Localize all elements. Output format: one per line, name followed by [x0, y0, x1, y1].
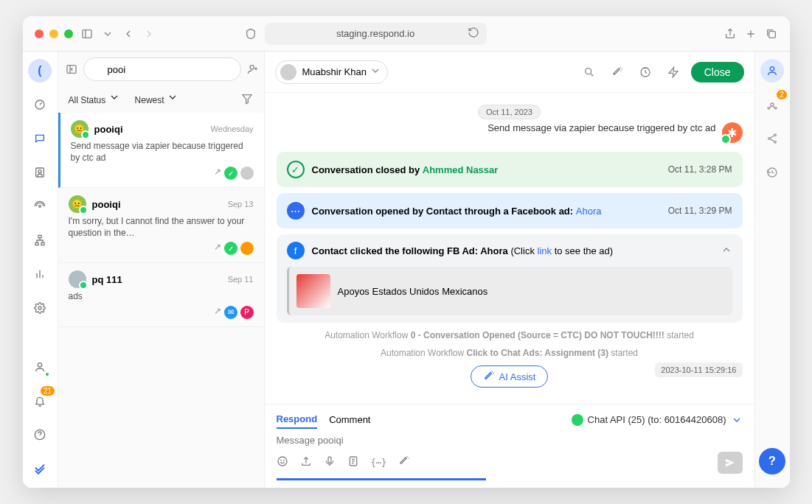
workspace-logo[interactable]: ( — [28, 59, 52, 83]
emoji-icon[interactable] — [277, 455, 288, 470]
conversation-name: pq 111 — [92, 274, 222, 285]
whatsapp-status-icon — [79, 206, 88, 214]
filter-icon[interactable] — [240, 92, 254, 105]
assignee-avatar-icon — [240, 242, 254, 255]
svg-point-24 — [250, 66, 254, 69]
svg-point-9 — [39, 206, 41, 208]
search-conversation-icon[interactable] — [579, 62, 600, 83]
app-body: ( 21 All Statu — [23, 52, 790, 488]
address-bar[interactable]: staging.respond.io — [265, 23, 487, 45]
mic-icon[interactable] — [324, 455, 336, 470]
conversation-item[interactable]: 😐 pooiqi Sep 13 I'm sorry, but I cannot … — [58, 188, 264, 263]
search-input[interactable] — [83, 57, 241, 81]
svg-line-29 — [591, 74, 593, 76]
event-time: Oct 11, 3:28 PM — [668, 164, 732, 175]
reports-icon[interactable] — [28, 262, 52, 286]
svg-point-8 — [38, 170, 41, 173]
date-pill: Oct 11, 2023 — [478, 105, 541, 119]
add-contact-icon[interactable] — [247, 63, 259, 76]
send-button[interactable] — [718, 452, 743, 474]
tab-comment[interactable]: Comment — [329, 411, 370, 428]
fb-ad-link[interactable]: link — [538, 245, 552, 256]
svg-rect-11 — [35, 242, 38, 245]
back-icon[interactable] — [122, 27, 135, 41]
share-node-icon[interactable] — [760, 127, 784, 150]
settings-icon[interactable] — [28, 296, 52, 320]
conversation-time: Wednesday — [211, 125, 254, 133]
outbound-message: Send message via zapier because triggere… — [277, 122, 743, 143]
dashboard-icon[interactable] — [28, 93, 52, 116]
close-window-icon[interactable] — [35, 29, 44, 38]
help-icon[interactable] — [28, 423, 52, 447]
avatar: 😐 — [69, 195, 86, 213]
contact-details-icon[interactable] — [760, 59, 784, 83]
status-filter[interactable]: All Status — [69, 91, 120, 105]
avatar: 😐 — [71, 120, 89, 138]
svg-point-42 — [771, 103, 774, 106]
share-icon[interactable] — [723, 27, 737, 41]
presence-icon[interactable] — [28, 355, 52, 379]
progress-bar — [277, 478, 486, 480]
activity-badge: 2 — [777, 90, 787, 99]
shield-icon[interactable] — [244, 27, 257, 41]
event-time: Oct 11, 3:29 PM — [668, 206, 732, 216]
sidebar-toggle-icon[interactable] — [80, 27, 94, 41]
new-tab-icon[interactable] — [744, 27, 757, 41]
traffic-lights — [35, 29, 73, 38]
svg-marker-31 — [669, 67, 678, 77]
event-conversation-closed: ✓ Conversation closed by Ahmmed Nassar O… — [277, 152, 743, 187]
conversation-name: pooiqi — [94, 124, 205, 135]
svg-point-41 — [770, 67, 774, 71]
svg-point-43 — [768, 107, 770, 109]
ai-assist-button[interactable]: AI Assist — [471, 365, 549, 388]
workflows-icon[interactable] — [28, 228, 52, 252]
sort-filter[interactable]: Newest — [135, 91, 178, 105]
help-fab-button[interactable]: ? — [759, 448, 785, 475]
snooze-icon[interactable] — [635, 62, 656, 83]
ad-title: Apoyos Estados Unidos Mexicanos — [338, 286, 488, 297]
notifications-icon[interactable]: 21 — [28, 389, 52, 413]
lightning-icon[interactable] — [663, 62, 684, 83]
attach-icon[interactable] — [300, 455, 312, 470]
conversation-time: Sep 11 — [228, 275, 254, 284]
history-icon[interactable] — [760, 161, 784, 184]
conversation-item[interactable]: pq 111 Sep 11 ads ↗ ✉ P — [58, 263, 264, 327]
channel-selector[interactable]: Chat API (25) (to: 60164420608) — [572, 414, 743, 426]
magic-wand-icon[interactable] — [607, 62, 628, 83]
inbox-icon[interactable] — [28, 127, 52, 150]
template-icon[interactable] — [347, 455, 359, 470]
broadcast-icon[interactable] — [28, 195, 52, 218]
minimize-window-icon[interactable] — [49, 29, 58, 38]
svg-point-16 — [38, 307, 41, 309]
whatsapp-status-icon — [81, 130, 90, 139]
chevron-down-icon[interactable] — [101, 27, 114, 41]
variable-icon[interactable]: {⋯} — [371, 458, 387, 468]
magic-icon[interactable] — [398, 455, 410, 470]
chat-bubble-icon: ⋯ — [287, 202, 305, 220]
conversation-item[interactable]: 😐 pooiqi Wednesday Send message via zapi… — [58, 113, 264, 188]
whatsapp-badge-icon — [721, 134, 731, 144]
check-circle-icon: ✓ — [287, 161, 305, 178]
whatsapp-icon — [572, 414, 583, 426]
reload-icon[interactable] — [468, 27, 479, 41]
conversation-preview: I'm sorry, but I cannot find the answer … — [69, 216, 254, 239]
tabs-icon[interactable] — [765, 27, 778, 41]
activity-icon[interactable]: 2 — [760, 93, 784, 116]
maximize-window-icon[interactable] — [64, 29, 73, 38]
whatsapp-icon: ✓ — [224, 242, 237, 255]
contacts-icon[interactable] — [28, 161, 52, 184]
collapse-panel-icon[interactable] — [66, 63, 77, 76]
collapse-icon[interactable] — [721, 244, 732, 258]
forward-icon[interactable] — [142, 27, 156, 41]
svg-point-46 — [768, 138, 771, 140]
svg-rect-36 — [328, 457, 331, 463]
svg-marker-27 — [243, 94, 251, 103]
svg-line-49 — [770, 139, 774, 141]
assignee-selector[interactable]: Muabshir Khan — [275, 60, 388, 84]
timestamp-box: 2023-10-11 15:29:16 — [655, 363, 742, 377]
tab-respond[interactable]: Respond — [277, 410, 318, 429]
message-input[interactable] — [277, 429, 743, 452]
brand-check-icon[interactable] — [28, 457, 52, 480]
close-button[interactable]: Close — [691, 62, 744, 83]
avatar — [69, 270, 86, 288]
